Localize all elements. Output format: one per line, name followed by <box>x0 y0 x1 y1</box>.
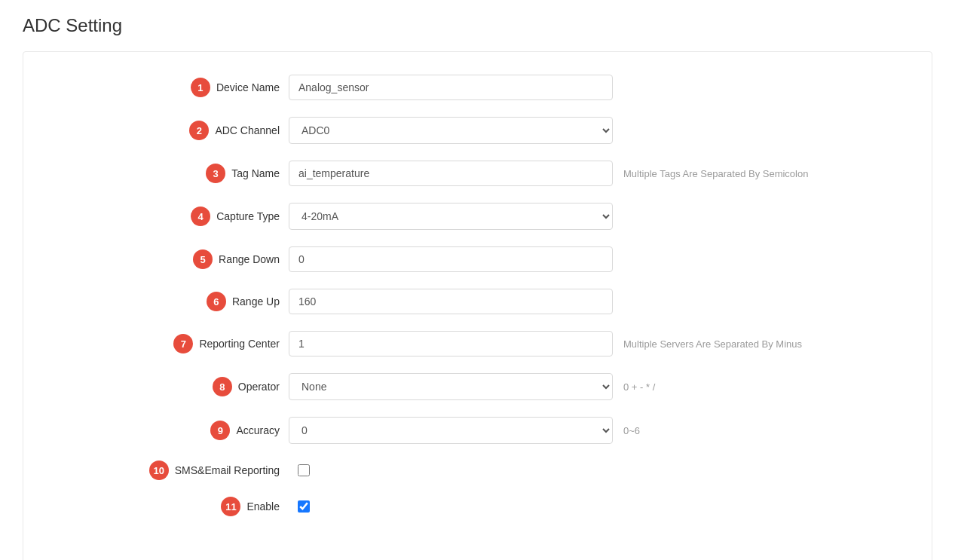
step-badge-8: 8 <box>213 377 232 396</box>
step-badge-6: 6 <box>207 292 226 311</box>
form-row-9: 9Accuracy01234560~6 <box>54 417 901 444</box>
reporting-center-input[interactable] <box>289 331 613 357</box>
step-badge-11: 11 <box>221 497 240 516</box>
field-label-7: Reporting Center <box>199 338 280 350</box>
field-label-2: ADC Channel <box>215 124 280 136</box>
field-input-wrap-11 <box>289 500 613 513</box>
capture-type-select[interactable]: 4-20mA0-10V0-5V <box>289 203 613 230</box>
form-row-4: 4Capture Type4-20mA0-10V0-5V <box>54 203 901 230</box>
label-group-2: 2ADC Channel <box>54 121 280 140</box>
tag-name-input[interactable] <box>289 161 613 186</box>
step-badge-1: 1 <box>191 78 210 97</box>
page-title: ADC Setting <box>23 15 932 36</box>
step-badge-3: 3 <box>206 164 225 183</box>
step-badge-9: 9 <box>210 421 230 440</box>
adc-channel-select[interactable]: ADC0ADC1ADC2ADC3 <box>289 117 613 144</box>
page-container: ADC Setting 1Device Name2ADC ChannelADC0… <box>0 0 955 560</box>
accuracy-select[interactable]: 0123456 <box>289 417 613 444</box>
hint-text-9: 0~6 <box>623 425 640 436</box>
field-label-9: Accuracy <box>236 424 280 436</box>
field-input-wrap-9: 0123456 <box>289 417 613 444</box>
form-row-11: 11Enable <box>54 497 901 516</box>
label-group-11: 11Enable <box>54 497 280 516</box>
step-badge-7: 7 <box>173 334 193 353</box>
field-input-wrap-8: None+-*/ <box>289 373 613 400</box>
form-row-6: 6Range Up <box>54 289 901 314</box>
step-badge-2: 2 <box>189 121 209 140</box>
operator-select[interactable]: None+-*/ <box>289 373 613 400</box>
checkbox-wrap-11 <box>298 500 613 513</box>
field-input-wrap-7 <box>289 331 613 357</box>
label-group-1: 1Device Name <box>54 78 280 97</box>
field-input-wrap-2: ADC0ADC1ADC2ADC3 <box>289 117 613 144</box>
step-badge-10: 10 <box>149 461 169 480</box>
enable-checkbox[interactable] <box>298 500 310 513</box>
field-label-4: Capture Type <box>216 210 280 222</box>
form-row-8: 8OperatorNone+-*/0 + - * / <box>54 373 901 400</box>
field-input-wrap-5 <box>289 246 613 272</box>
form-row-1: 1Device Name <box>54 75 901 100</box>
step-badge-5: 5 <box>193 249 213 269</box>
label-group-4: 4Capture Type <box>54 207 280 226</box>
form-row-5: 5Range Down <box>54 246 901 272</box>
range-up-input[interactable] <box>289 289 613 314</box>
field-input-wrap-3 <box>289 161 613 186</box>
form-row-3: 3Tag NameMultiple Tags Are Separated By … <box>54 161 901 186</box>
field-label-11: Enable <box>246 500 280 513</box>
checkbox-wrap-10 <box>298 464 613 476</box>
hint-text-3: Multiple Tags Are Separated By Semicolon <box>623 168 808 179</box>
device-name-input[interactable] <box>289 75 613 100</box>
label-group-9: 9Accuracy <box>54 421 280 440</box>
label-group-6: 6Range Up <box>54 292 280 311</box>
label-group-3: 3Tag Name <box>54 164 280 183</box>
form-container: 1Device Name2ADC ChannelADC0ADC1ADC2ADC3… <box>54 75 901 516</box>
label-group-8: 8Operator <box>54 377 280 396</box>
field-label-8: Operator <box>238 381 280 393</box>
field-label-1: Device Name <box>216 81 280 93</box>
form-row-7: 7Reporting CenterMultiple Servers Are Se… <box>54 331 901 357</box>
field-label-10: SMS&Email Reporting <box>175 464 280 476</box>
field-input-wrap-4: 4-20mA0-10V0-5V <box>289 203 613 230</box>
field-label-3: Tag Name <box>231 167 280 179</box>
field-label-5: Range Down <box>219 253 280 265</box>
field-input-wrap-6 <box>289 289 613 314</box>
field-label-6: Range Up <box>232 295 280 308</box>
sms-email-reporting-checkbox[interactable] <box>298 464 310 476</box>
hint-text-8: 0 + - * / <box>623 381 655 393</box>
label-group-10: 10SMS&Email Reporting <box>54 461 280 480</box>
form-row-10: 10SMS&Email Reporting <box>54 461 901 480</box>
field-input-wrap-10 <box>289 464 613 476</box>
settings-card: 1Device Name2ADC ChannelADC0ADC1ADC2ADC3… <box>23 51 932 560</box>
range-down-input[interactable] <box>289 246 613 272</box>
label-group-5: 5Range Down <box>54 249 280 269</box>
form-row-2: 2ADC ChannelADC0ADC1ADC2ADC3 <box>54 117 901 144</box>
hint-text-7: Multiple Servers Are Separated By Minus <box>623 338 802 350</box>
field-input-wrap-1 <box>289 75 613 100</box>
step-badge-4: 4 <box>191 207 210 226</box>
label-group-7: 7Reporting Center <box>54 334 280 353</box>
